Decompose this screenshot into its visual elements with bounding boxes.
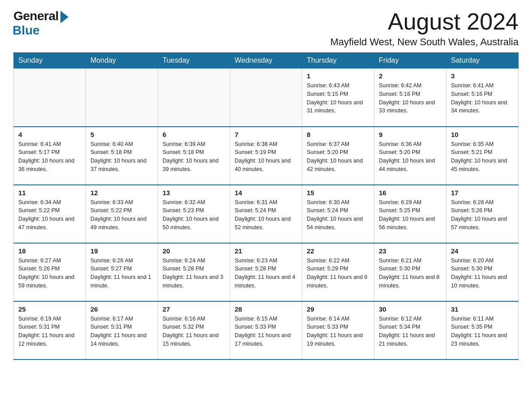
day-info: Sunrise: 6:28 AMSunset: 5:26 PMDaylight:… <box>451 198 514 232</box>
calendar-day-cell: 12Sunrise: 6:33 AMSunset: 5:22 PMDayligh… <box>86 185 158 243</box>
title-section: August 2024 Mayfield West, New South Wal… <box>330 9 519 48</box>
day-info: Sunrise: 6:22 AMSunset: 5:29 PMDaylight:… <box>307 257 369 290</box>
calendar-body: 1Sunrise: 6:43 AMSunset: 5:15 PMDaylight… <box>14 68 519 360</box>
calendar-day-cell: 27Sunrise: 6:16 AMSunset: 5:32 PMDayligh… <box>158 301 230 360</box>
calendar-day-cell: 10Sunrise: 6:35 AMSunset: 5:21 PMDayligh… <box>446 127 519 185</box>
day-info: Sunrise: 6:34 AMSunset: 5:22 PMDaylight:… <box>18 198 81 232</box>
logo: General Blue <box>13 9 69 38</box>
day-info: Sunrise: 6:39 AMSunset: 5:18 PMDaylight:… <box>163 140 225 174</box>
day-number: 7 <box>235 131 297 138</box>
calendar-day-cell: 16Sunrise: 6:29 AMSunset: 5:25 PMDayligh… <box>374 185 446 243</box>
calendar-day-header: Friday <box>374 53 446 68</box>
day-number: 25 <box>18 305 81 313</box>
calendar-day-cell: 28Sunrise: 6:15 AMSunset: 5:33 PMDayligh… <box>230 301 302 360</box>
calendar-day-header: Sunday <box>14 53 86 68</box>
day-number: 14 <box>235 189 297 197</box>
calendar-week-row: 1Sunrise: 6:43 AMSunset: 5:15 PMDaylight… <box>14 68 519 127</box>
day-info: Sunrise: 6:26 AMSunset: 5:27 PMDaylight:… <box>90 257 153 290</box>
day-info: Sunrise: 6:41 AMSunset: 5:17 PMDaylight:… <box>18 140 81 174</box>
calendar-day-cell: 26Sunrise: 6:17 AMSunset: 5:31 PMDayligh… <box>86 301 158 360</box>
calendar-day-cell: 4Sunrise: 6:41 AMSunset: 5:17 PMDaylight… <box>14 127 86 185</box>
day-info: Sunrise: 6:29 AMSunset: 5:25 PMDaylight:… <box>379 198 442 232</box>
calendar-week-row: 25Sunrise: 6:19 AMSunset: 5:31 PMDayligh… <box>14 301 519 360</box>
calendar-header: SundayMondayTuesdayWednesdayThursdayFrid… <box>14 53 519 68</box>
calendar-day-header: Wednesday <box>230 53 302 68</box>
calendar-day-header: Thursday <box>302 53 374 68</box>
calendar-day-cell <box>230 68 302 127</box>
day-info: Sunrise: 6:17 AMSunset: 5:31 PMDaylight:… <box>90 315 153 348</box>
day-info: Sunrise: 6:23 AMSunset: 5:28 PMDaylight:… <box>235 257 297 290</box>
calendar-day-cell <box>158 68 230 127</box>
calendar-week-row: 18Sunrise: 6:27 AMSunset: 5:26 PMDayligh… <box>14 243 519 301</box>
day-number: 29 <box>307 305 369 313</box>
day-number: 22 <box>307 247 369 255</box>
day-number: 17 <box>451 189 514 197</box>
calendar-day-header: Saturday <box>446 53 519 68</box>
day-number: 12 <box>90 189 153 197</box>
calendar-day-cell: 20Sunrise: 6:24 AMSunset: 5:28 PMDayligh… <box>158 243 230 301</box>
calendar-day-cell: 30Sunrise: 6:12 AMSunset: 5:34 PMDayligh… <box>374 301 446 360</box>
calendar-header-row: SundayMondayTuesdayWednesdayThursdayFrid… <box>14 53 519 68</box>
day-info: Sunrise: 6:37 AMSunset: 5:20 PMDaylight:… <box>307 140 369 174</box>
logo-blue-text: Blue <box>13 23 40 38</box>
day-info: Sunrise: 6:31 AMSunset: 5:24 PMDaylight:… <box>235 198 297 232</box>
calendar-day-cell: 1Sunrise: 6:43 AMSunset: 5:15 PMDaylight… <box>302 68 374 127</box>
day-info: Sunrise: 6:12 AMSunset: 5:34 PMDaylight:… <box>379 315 442 348</box>
day-number: 28 <box>235 305 297 313</box>
day-number: 21 <box>235 247 297 255</box>
calendar-day-cell <box>14 68 86 127</box>
day-number: 23 <box>379 247 442 255</box>
calendar-day-cell: 9Sunrise: 6:36 AMSunset: 5:20 PMDaylight… <box>374 127 446 185</box>
day-info: Sunrise: 6:14 AMSunset: 5:33 PMDaylight:… <box>307 315 369 348</box>
day-number: 30 <box>379 305 442 313</box>
calendar-table: SundayMondayTuesdayWednesdayThursdayFrid… <box>13 52 519 360</box>
day-info: Sunrise: 6:27 AMSunset: 5:26 PMDaylight:… <box>18 257 81 290</box>
day-number: 8 <box>307 131 369 138</box>
calendar-day-cell: 11Sunrise: 6:34 AMSunset: 5:22 PMDayligh… <box>14 185 86 243</box>
calendar-day-header: Monday <box>86 53 158 68</box>
calendar-day-cell: 29Sunrise: 6:14 AMSunset: 5:33 PMDayligh… <box>302 301 374 360</box>
day-number: 24 <box>451 247 514 255</box>
day-info: Sunrise: 6:38 AMSunset: 5:19 PMDaylight:… <box>235 140 297 174</box>
day-info: Sunrise: 6:43 AMSunset: 5:15 PMDaylight:… <box>307 81 369 115</box>
calendar-day-cell: 8Sunrise: 6:37 AMSunset: 5:20 PMDaylight… <box>302 127 374 185</box>
day-info: Sunrise: 6:41 AMSunset: 5:16 PMDaylight:… <box>451 81 514 115</box>
calendar-day-cell: 19Sunrise: 6:26 AMSunset: 5:27 PMDayligh… <box>86 243 158 301</box>
calendar-day-cell: 31Sunrise: 6:11 AMSunset: 5:35 PMDayligh… <box>446 301 519 360</box>
day-number: 6 <box>163 131 225 138</box>
calendar-day-cell <box>86 68 158 127</box>
day-number: 13 <box>163 189 225 197</box>
calendar-day-cell: 7Sunrise: 6:38 AMSunset: 5:19 PMDaylight… <box>230 127 302 185</box>
day-number: 10 <box>451 131 514 138</box>
day-info: Sunrise: 6:33 AMSunset: 5:22 PMDaylight:… <box>90 198 153 232</box>
day-number: 18 <box>18 247 81 255</box>
day-number: 16 <box>379 189 442 197</box>
day-info: Sunrise: 6:16 AMSunset: 5:32 PMDaylight:… <box>163 315 225 348</box>
month-title: August 2024 <box>330 9 519 34</box>
day-info: Sunrise: 6:30 AMSunset: 5:24 PMDaylight:… <box>307 198 369 232</box>
day-info: Sunrise: 6:11 AMSunset: 5:35 PMDaylight:… <box>451 315 514 348</box>
day-number: 26 <box>90 305 153 313</box>
day-number: 1 <box>307 72 369 80</box>
day-number: 31 <box>451 305 514 313</box>
calendar-day-cell: 21Sunrise: 6:23 AMSunset: 5:28 PMDayligh… <box>230 243 302 301</box>
calendar-day-cell: 25Sunrise: 6:19 AMSunset: 5:31 PMDayligh… <box>14 301 86 360</box>
calendar-week-row: 11Sunrise: 6:34 AMSunset: 5:22 PMDayligh… <box>14 185 519 243</box>
day-info: Sunrise: 6:19 AMSunset: 5:31 PMDaylight:… <box>18 315 81 348</box>
calendar-day-cell: 22Sunrise: 6:22 AMSunset: 5:29 PMDayligh… <box>302 243 374 301</box>
calendar-day-cell: 14Sunrise: 6:31 AMSunset: 5:24 PMDayligh… <box>230 185 302 243</box>
day-number: 20 <box>163 247 225 255</box>
page-header: General Blue August 2024 Mayfield West, … <box>13 9 519 48</box>
day-info: Sunrise: 6:15 AMSunset: 5:33 PMDaylight:… <box>235 315 297 348</box>
calendar-week-row: 4Sunrise: 6:41 AMSunset: 5:17 PMDaylight… <box>14 127 519 185</box>
day-number: 19 <box>90 247 153 255</box>
calendar-day-cell: 6Sunrise: 6:39 AMSunset: 5:18 PMDaylight… <box>158 127 230 185</box>
day-number: 2 <box>379 72 442 80</box>
calendar-day-cell: 23Sunrise: 6:21 AMSunset: 5:30 PMDayligh… <box>374 243 446 301</box>
logo-general-text: General <box>13 9 59 23</box>
day-info: Sunrise: 6:20 AMSunset: 5:30 PMDaylight:… <box>451 257 514 290</box>
day-number: 3 <box>451 72 514 80</box>
day-number: 27 <box>163 305 225 313</box>
day-number: 5 <box>90 131 153 138</box>
day-number: 4 <box>18 131 81 138</box>
